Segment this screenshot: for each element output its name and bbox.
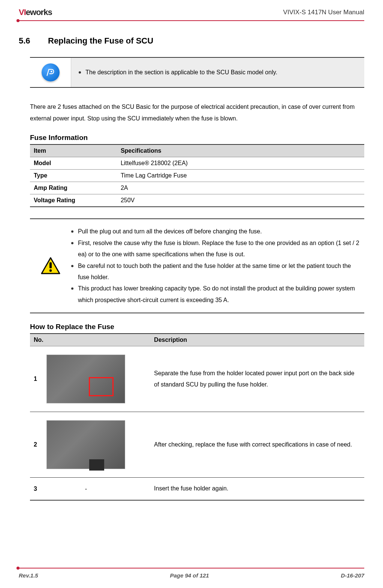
footer-docnum: D-16-207 — [341, 572, 364, 579]
fuse-info-heading: Fuse Information — [30, 134, 364, 142]
fuse-info-table: Item Specifications Model Littelfuse® 21… — [30, 144, 364, 207]
table-row: Type Time Lag Cartridge Fuse — [30, 170, 364, 182]
step-no-image: - — [46, 486, 125, 492]
note-callout: The description in the section is applic… — [30, 57, 364, 88]
info-icon — [42, 63, 60, 81]
cell-spec: 2A — [117, 182, 364, 194]
warning-item: Pull the plug out and turn all the devic… — [71, 226, 361, 237]
page-footer: Rev.1.5 Page 94 of 121 D-16-207 — [19, 568, 364, 579]
table-row: 2 After checking, replace the fuse with … — [30, 412, 364, 478]
step-photo-icon — [46, 420, 125, 469]
table-row: 3 - Insert the fuse holder again. — [30, 478, 364, 500]
table-row: Model Littelfuse® 218002 (2EA) — [30, 157, 364, 170]
logo: VIeworks — [19, 8, 52, 17]
table-row: Amp Rating 2A — [30, 182, 364, 194]
logo-accent: VI — [19, 8, 26, 17]
table-row: Voltage Rating 250V — [30, 194, 364, 207]
intro-paragraph: There are 2 fuses attached on the SCU Ba… — [30, 101, 364, 124]
step-number: 3 — [34, 486, 45, 492]
footer-page: Page 94 of 121 — [170, 572, 209, 579]
step-number: 1 — [34, 376, 45, 382]
cell-spec: 250V — [117, 194, 364, 207]
col-spec: Specifications — [117, 144, 364, 157]
step-number: 2 — [34, 441, 45, 448]
note-text: The description in the section is applic… — [79, 67, 357, 78]
section-number: 5.6 — [19, 36, 37, 46]
footer-rev: Rev.1.5 — [19, 572, 38, 579]
warning-callout: Pull the plug out and turn all the devic… — [30, 218, 364, 313]
logo-rest: eworks — [26, 8, 52, 17]
cell-item: Type — [30, 170, 117, 182]
col-no: No. — [30, 334, 150, 346]
step-description: Separate the fuse from the holder locate… — [150, 346, 364, 412]
section-title: Replacing the Fuse of SCU — [48, 36, 153, 46]
howto-table: No. Description 1 Separate the fuse from… — [30, 333, 364, 500]
cell-item: Voltage Rating — [30, 194, 117, 207]
section-heading: 5.6 Replacing the Fuse of SCU — [19, 36, 364, 46]
page-header: VIeworks VIVIX-S 1417N User Manual — [19, 8, 364, 21]
cell-item: Model — [30, 157, 117, 170]
note-icon-cell — [30, 58, 71, 87]
warning-icon — [41, 256, 60, 276]
step-photo-icon — [46, 355, 125, 403]
warning-item: First, resolve the cause why the fuse is… — [71, 238, 361, 260]
svg-point-0 — [51, 71, 52, 72]
step-description: Insert the fuse holder again. — [150, 478, 364, 500]
document-title: VIVIX-S 1417N User Manual — [283, 9, 364, 16]
step-description: After checking, replace the fuse with co… — [150, 412, 364, 478]
warning-icon-cell — [30, 219, 71, 313]
svg-point-3 — [49, 269, 52, 272]
cell-spec: Time Lag Cartridge Fuse — [117, 170, 364, 182]
svg-rect-2 — [49, 262, 52, 268]
warning-item: This product has lower breaking capacity… — [71, 283, 361, 306]
warning-item: Be careful not to touch both the patient… — [71, 260, 361, 283]
howto-heading: How to Replace the Fuse — [30, 323, 364, 331]
col-desc: Description — [150, 334, 364, 346]
col-item: Item — [30, 144, 117, 157]
cell-item: Amp Rating — [30, 182, 117, 194]
cell-spec: Littelfuse® 218002 (2EA) — [117, 157, 364, 170]
table-row: 1 Separate the fuse from the holder loca… — [30, 346, 364, 412]
